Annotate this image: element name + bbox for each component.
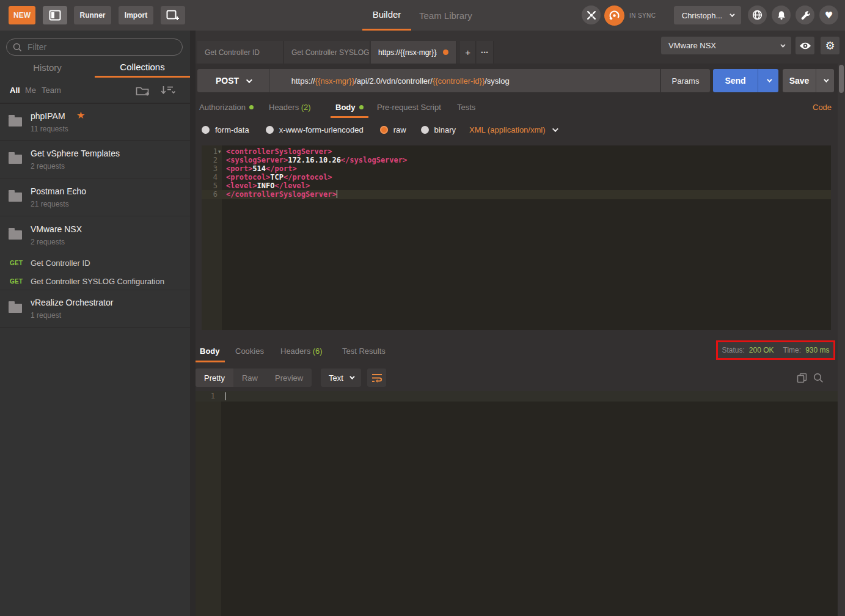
tab-collections[interactable]: Collections [95, 57, 190, 78]
import-button[interactable]: Import [119, 6, 153, 24]
collection-postman-echo[interactable]: Postman Echo 21 requests [0, 179, 190, 216]
tab-authorization[interactable]: Authorization [199, 103, 254, 112]
response-body-editor[interactable]: 1 [196, 391, 838, 616]
response-tab-headers[interactable]: Headers (6) [280, 346, 323, 356]
new-window-button[interactable] [161, 6, 185, 24]
save-button[interactable]: Save [783, 69, 834, 92]
collections-toolbar: All Me Team [0, 78, 190, 103]
discover-button[interactable] [748, 6, 767, 24]
more-tabs-button[interactable]: ••• [477, 41, 494, 64]
environment-selector[interactable]: VMware NSX [661, 37, 791, 54]
response-format-dropdown[interactable]: Text [321, 369, 361, 387]
collection-vsphere-templates[interactable]: Get vSphere Templates 2 requests [0, 141, 190, 178]
filter-search-box[interactable] [6, 38, 183, 56]
request-tab-label: https://{{nsx-mgr}}/ap [378, 48, 437, 57]
url-text: /syslog [485, 76, 509, 86]
fold-caret-icon[interactable]: ▾ [218, 147, 221, 156]
environment-preview-button[interactable] [796, 37, 814, 54]
runner-button[interactable]: Runner [74, 6, 111, 24]
status-value: 200 OK [749, 346, 774, 354]
tab-headers[interactable]: Headers (2) [269, 103, 311, 112]
tab-body[interactable]: Body [335, 103, 364, 112]
new-button[interactable]: NEW [9, 6, 35, 24]
request-tab-2[interactable]: Get Controller SYSLOG Conf [284, 41, 370, 64]
save-label: Save [783, 69, 816, 92]
open-new-tab-button[interactable]: + [460, 41, 476, 64]
tab-collections-label: Collections [120, 62, 164, 72]
filter-input[interactable] [27, 42, 168, 52]
user-menu-dropdown[interactable]: Christoph... [674, 6, 741, 24]
settings-wrench-button[interactable] [796, 6, 814, 24]
tab-label: Cookies [235, 346, 264, 356]
mode-form-data[interactable]: form-data [202, 125, 249, 134]
response-tab-cookies[interactable]: Cookies [235, 346, 264, 356]
send-options-button[interactable] [758, 69, 778, 92]
tab-history[interactable]: History [0, 57, 95, 78]
split-pane-icon [49, 10, 61, 21]
body-mode-row: form-data x-www-form-urlencoded raw bina… [202, 125, 557, 134]
request-tab-1[interactable]: Get Controller ID [197, 41, 283, 64]
method-dropdown[interactable]: POST [197, 69, 269, 92]
search-response-button[interactable] [813, 373, 824, 383]
params-button[interactable]: Params [660, 69, 710, 92]
view-preview[interactable]: Preview [266, 369, 312, 387]
text-cursor [225, 392, 225, 400]
tab-team-library[interactable]: Team Library [419, 0, 474, 31]
url-variable: {{nsx-mgr}} [315, 76, 354, 86]
sidebar-toggle-button[interactable] [43, 6, 67, 24]
collection-vrealize-orchestrator[interactable]: vRealize Orchestrator 1 request [0, 290, 190, 328]
response-tab-body[interactable]: Body [200, 346, 220, 356]
mode-binary[interactable]: binary [421, 125, 456, 134]
wrap-text-button[interactable] [367, 369, 386, 387]
method-label: POST [216, 76, 239, 86]
scope-all[interactable]: All [10, 86, 20, 95]
save-options-button[interactable] [816, 69, 834, 92]
create-collection-button[interactable] [136, 85, 150, 96]
collection-phpipam[interactable]: phpIPAM ★ 11 requests [0, 103, 190, 141]
response-tab-test-results[interactable]: Test Results [342, 346, 386, 356]
editor-gutter [196, 391, 221, 616]
request-tab-active[interactable]: https://{{nsx-mgr}}/ap [371, 41, 456, 64]
eye-icon [799, 42, 811, 50]
scope-me[interactable]: Me [25, 86, 36, 95]
top-bar: NEW Runner Import Builder Team Library [0, 0, 845, 31]
tab-pre-request-script[interactable]: Pre-request Script [377, 103, 441, 112]
scope-team[interactable]: Team [42, 86, 61, 95]
mode-label: raw [393, 125, 406, 134]
method-badge: GET [10, 278, 23, 285]
collection-count: 21 requests [31, 200, 69, 208]
xml-tag: <controllerSyslogServer> [226, 147, 332, 156]
sort-collections-button[interactable] [161, 86, 176, 95]
mode-x-www-form-urlencoded[interactable]: x-www-form-urlencoded [266, 125, 364, 134]
line-number: 1 [196, 391, 215, 401]
code-link[interactable]: Code [813, 103, 832, 112]
content-type-dropdown[interactable]: XML (application/xml) [469, 125, 557, 134]
environment-settings-button[interactable]: ⚙ [821, 37, 840, 54]
scrollbar-thumb[interactable] [839, 65, 844, 93]
sync-status-button[interactable] [604, 6, 624, 26]
view-pretty[interactable]: Pretty [196, 369, 233, 387]
view-raw[interactable]: Raw [233, 369, 266, 387]
main-scrollbar[interactable] [838, 64, 845, 616]
line-number: 1 [202, 147, 218, 156]
collection-vmware-nsx[interactable]: VMware NSX 2 requests [0, 217, 190, 254]
request-get-controller-id[interactable]: GET Get Controller ID [0, 254, 190, 273]
mode-raw[interactable]: raw [380, 125, 406, 134]
time-label: Time: [783, 346, 802, 354]
url-text: /api/2.0/vdn/controller/ [354, 76, 433, 86]
green-dot-icon [359, 105, 364, 109]
method-badge: GET [10, 260, 23, 266]
radio-selected-icon [380, 126, 388, 134]
tab-tests[interactable]: Tests [457, 103, 475, 112]
tab-builder[interactable]: Builder [362, 0, 411, 31]
url-input[interactable]: https://{{nsx-mgr}}/api/2.0/vdn/controll… [269, 69, 660, 92]
sync-orbit-icon [608, 9, 621, 22]
copy-response-button[interactable] [797, 373, 807, 383]
send-button[interactable]: Send [713, 69, 778, 92]
favorites-button[interactable]: ♥ [819, 6, 838, 24]
request-body-editor[interactable]: 1 ▾ <controllerSyslogServer> 2 <syslogSe… [202, 145, 831, 330]
notifications-button[interactable] [772, 6, 791, 24]
interceptor-button[interactable] [582, 6, 601, 24]
request-get-controller-syslog[interactable]: GET Get Controller SYSLOG Configuration [0, 273, 190, 290]
collection-count: 11 requests [31, 125, 68, 133]
